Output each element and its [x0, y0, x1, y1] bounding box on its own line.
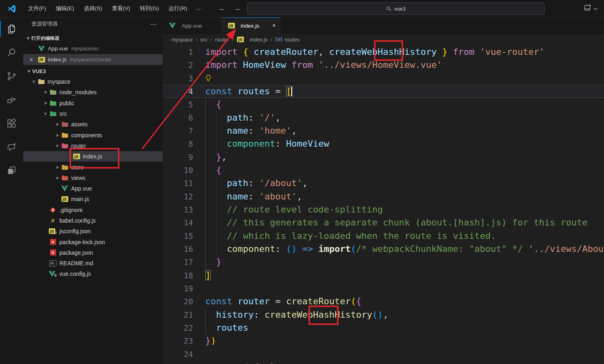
code-line-19[interactable]: 19 [163, 282, 604, 295]
back-icon[interactable]: ← [219, 4, 226, 13]
indent-guide [216, 230, 217, 243]
line-number: 15 [163, 230, 205, 243]
tree-item-assets[interactable]: >assets [23, 119, 163, 130]
code-line-23[interactable]: 23}) [163, 334, 604, 347]
code-line-12[interactable]: 12 name: 'about', [163, 190, 604, 203]
menubar-item[interactable]: 运行(R) [164, 0, 192, 17]
tree-item-label: router [71, 143, 86, 149]
tab-index.js[interactable]: JSindex.js✕ [222, 17, 280, 34]
customize-layout-icon[interactable] [584, 4, 592, 13]
tab-App.vue[interactable]: App.vue [163, 17, 222, 34]
close-icon[interactable]: ✕ [29, 57, 37, 63]
code-line-17[interactable]: 17 } [163, 256, 604, 269]
code-line-3[interactable]: 3 [163, 72, 604, 85]
workspace-root-header[interactable]: > VUE3 [23, 66, 163, 76]
code-line-18[interactable]: 18] [163, 269, 604, 282]
menubar-item[interactable]: 查看(V) [107, 0, 135, 17]
code-line-6[interactable]: 6 path: '/', [163, 111, 604, 124]
code-line-15[interactable]: 15 // which is lazy-loaded when the rout… [163, 230, 604, 243]
indent-guide [205, 190, 206, 203]
chevron-icon: > [54, 143, 60, 149]
tree-item-public[interactable]: >public [23, 98, 163, 108]
tree-item-package-lock.json[interactable]: npackage-lock.json [23, 236, 163, 247]
search-value: vue3 [394, 6, 406, 12]
code-line-11[interactable]: 11 path: '/about', [163, 177, 604, 190]
code-line-20[interactable]: 20const router = createRouter({ [163, 295, 604, 308]
tree-item-.gitignore[interactable]: .gitignore [23, 205, 163, 215]
menubar-item[interactable]: 转到(G) [135, 0, 164, 17]
code-line-25[interactable]: 25export default router [163, 361, 604, 364]
open-editor-index.js[interactable]: ✕JSindex.jsmyspace\src\router [23, 54, 163, 65]
tree-item-main.js[interactable]: JSmain.js [23, 194, 163, 204]
code-line-1[interactable]: 1import { createRouter, createWebHashHis… [163, 46, 604, 58]
tree-item-myspace[interactable]: >myspace [23, 76, 163, 87]
breadcrumb-separator: › [270, 36, 272, 43]
menubar-more-icon[interactable]: ··· [192, 5, 208, 12]
code-text: path: '/', [205, 111, 604, 124]
explorer-icon[interactable] [0, 17, 23, 41]
code-line-14[interactable]: 14 // this generates a separate chunk (a… [163, 216, 604, 229]
tree-item-App.vue[interactable]: App.vue [23, 183, 163, 194]
tree-item-store[interactable]: >store [23, 162, 163, 172]
tree-item-babel.config.js[interactable]: Bbabel.config.js [23, 215, 163, 226]
close-icon[interactable]: ✕ [272, 23, 276, 28]
sidebar-more-icon[interactable]: ··· [150, 21, 157, 27]
chevron-down-icon: > [25, 35, 31, 41]
chevron-down-icon[interactable] [593, 5, 597, 12]
breadcrumb: myspace›src›router›JSindex.js›[⊘]routes [163, 34, 604, 45]
chevron-icon: > [54, 132, 61, 138]
code-line-4[interactable]: 4const routes = [ [163, 85, 604, 98]
search-icon[interactable] [0, 41, 23, 64]
code-line-5[interactable]: 5 { [163, 98, 604, 111]
tree-item-router[interactable]: >router [23, 141, 163, 151]
code-line-24[interactable]: 24 [163, 348, 604, 361]
breadcrumb-item-routes[interactable]: routes [285, 37, 300, 43]
code-line-22[interactable]: 22 routes [163, 321, 604, 334]
extensions-icon[interactable] [0, 111, 23, 135]
title-bar: 文件(F)编辑(E)选择(S)查看(V)转到(G)运行(R) ··· ← → v… [0, 0, 604, 17]
menubar-item[interactable]: 文件(F) [23, 0, 51, 17]
tree-item-node_modules[interactable]: >node_modules [23, 87, 163, 98]
code-line-2[interactable]: 2import HomeView from '../views/HomeView… [163, 58, 604, 72]
breadcrumb-item-src[interactable]: src [200, 37, 207, 43]
forward-icon[interactable]: → [234, 4, 241, 13]
tree-item-README.md[interactable]: M↓README.md [23, 258, 163, 269]
indent-guide [216, 190, 217, 203]
line-number: 23 [163, 334, 205, 347]
open-editor-App.vue[interactable]: App.vuemyspace\src [23, 43, 163, 54]
chat-icon[interactable] [0, 135, 23, 158]
lightbulb-icon[interactable] [205, 72, 211, 85]
tree-item-index.js[interactable]: JSindex.js [23, 151, 163, 162]
code-line-8[interactable]: 8 component: HomeView [163, 137, 604, 150]
code-line-21[interactable]: 21 history: createWebHashHistory(), [163, 308, 604, 321]
breadcrumb-separator: › [232, 36, 234, 43]
code-line-10[interactable]: 10 { [163, 164, 604, 177]
menubar-item[interactable]: 选择(S) [79, 0, 107, 17]
code-text: { [205, 164, 604, 177]
tree-item-views[interactable]: >views [23, 173, 163, 183]
breadcrumb-item-router[interactable]: router [215, 37, 229, 43]
tree-item-package.json[interactable]: npackage.json [23, 247, 163, 258]
open-editors-header[interactable]: > 打开的编辑器 [23, 33, 163, 43]
code-editor[interactable]: 1import { createRouter, createWebHashHis… [163, 45, 604, 364]
menubar-item[interactable]: 编辑(E) [51, 0, 79, 17]
explorer-sidebar: 资源管理器 ··· > 打开的编辑器 App.vuemyspace\src✕JS… [23, 17, 163, 364]
code-line-9[interactable]: 9 }, [163, 151, 604, 164]
code-line-7[interactable]: 7 name: 'home', [163, 124, 604, 137]
command-center-search[interactable]: vue3 [247, 2, 545, 15]
code-text: }) [205, 334, 604, 347]
breadcrumb-item-myspace[interactable]: myspace [172, 37, 193, 43]
tree-item-jsconfig.json[interactable]: JS⚙jsconfig.json [23, 226, 163, 236]
chevron-icon: > [42, 100, 49, 106]
code-line-16[interactable]: 16 component: () => import(/* webpackChu… [163, 243, 604, 256]
run-and-debug-icon[interactable] [0, 88, 23, 111]
code-text [205, 72, 604, 85]
source-control-icon[interactable] [0, 64, 23, 88]
code-line-13[interactable]: 13 // route level code-splitting [163, 203, 604, 216]
tree-item-src[interactable]: >src [23, 108, 163, 119]
tree-item-vue.config.js[interactable]: ⚙vue.config.js [23, 269, 163, 279]
remote-windows-icon[interactable] [0, 158, 23, 182]
tree-item-components[interactable]: >components [23, 130, 163, 140]
breadcrumb-item-index.js[interactable]: index.js [250, 37, 267, 43]
indent-guide [205, 164, 206, 177]
